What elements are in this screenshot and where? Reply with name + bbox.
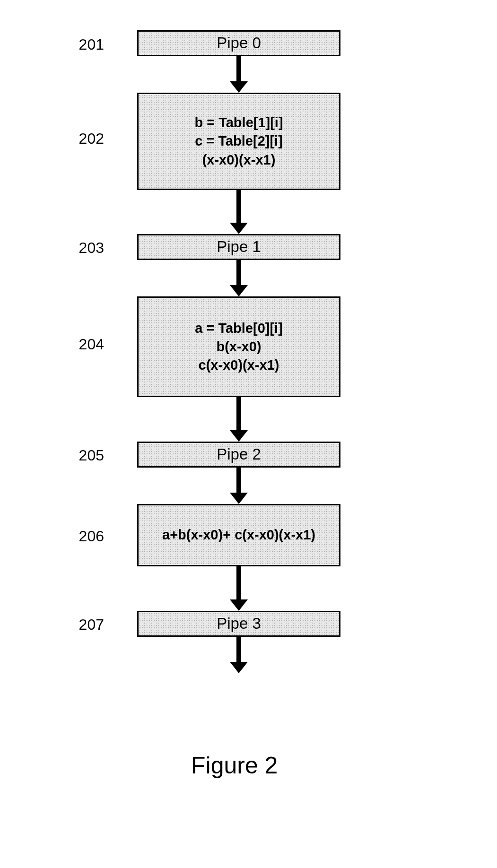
arrow-207-out — [229, 637, 248, 673]
diagram-canvas: 201 Pipe 0 202 b = Table[1][i] c = Table… — [0, 0, 497, 868]
label-201: 201 — [66, 36, 104, 53]
figure-caption: Figure 2 — [191, 752, 278, 779]
label-206: 206 — [66, 528, 104, 545]
stage202-line3: (x-x0)(x-x1) — [202, 151, 276, 169]
label-202: 202 — [66, 130, 104, 148]
pipe3-text: Pipe 3 — [217, 615, 261, 632]
pipe1-text: Pipe 1 — [217, 238, 261, 255]
arrow-206-207 — [229, 566, 248, 611]
arrow-204-205 — [229, 397, 248, 442]
stage202-line2: c = Table[2][i] — [195, 132, 283, 150]
box-stage-206: a+b(x-x0)+ c(x-x0)(x-x1) — [137, 504, 340, 566]
box-stage-204: a = Table[0][i] b(x-x0) c(x-x0)(x-x1) — [137, 296, 340, 397]
stage204-line2: b(x-x0) — [216, 338, 261, 356]
stage206-line1: a+b(x-x0)+ c(x-x0)(x-x1) — [162, 526, 315, 544]
box-pipe-1: Pipe 1 — [137, 234, 340, 260]
pipe0-text: Pipe 0 — [217, 35, 261, 52]
stage204-line3: c(x-x0)(x-x1) — [199, 356, 279, 374]
arrow-202-203 — [229, 190, 248, 234]
box-pipe-2: Pipe 2 — [137, 442, 340, 468]
box-stage-202: b = Table[1][i] c = Table[2][i] (x-x0)(x… — [137, 93, 340, 190]
stage202-line1: b = Table[1][i] — [194, 113, 283, 132]
stage204-line1: a = Table[0][i] — [195, 319, 283, 338]
label-204: 204 — [66, 336, 104, 353]
arrow-203-204 — [229, 260, 248, 296]
box-pipe-3: Pipe 3 — [137, 611, 340, 637]
arrow-201-202 — [229, 56, 248, 93]
label-203: 203 — [66, 239, 104, 257]
pipe2-text: Pipe 2 — [217, 446, 261, 463]
label-205: 205 — [66, 447, 104, 464]
box-pipe-0: Pipe 0 — [137, 30, 340, 56]
arrow-205-206 — [229, 468, 248, 504]
label-207: 207 — [66, 616, 104, 634]
